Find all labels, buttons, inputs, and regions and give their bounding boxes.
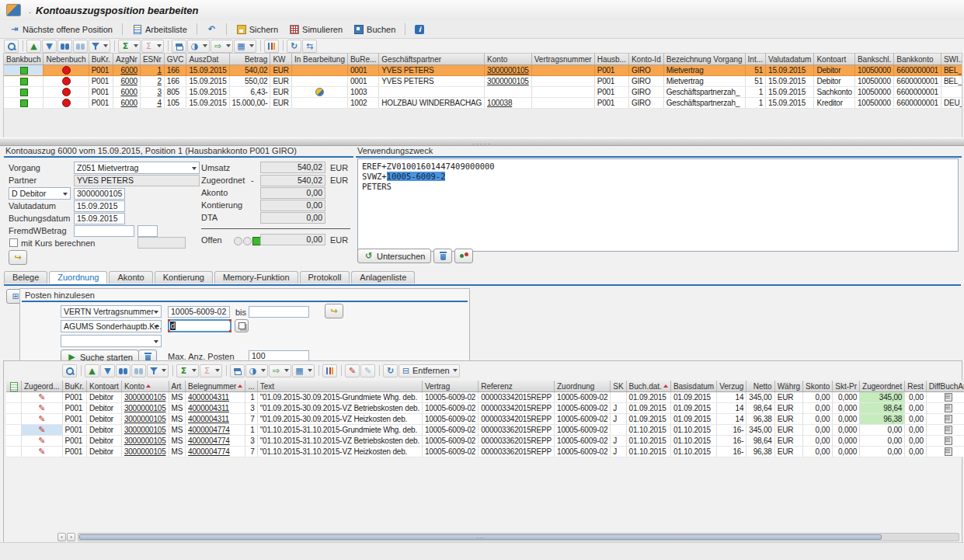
account-field[interactable]: 3000000105 (74, 188, 125, 200)
col-icon[interactable]: ... (245, 381, 257, 392)
details-button[interactable] (62, 364, 77, 377)
drilldown-link[interactable]: 4000004311 (188, 404, 229, 412)
cell-esnr[interactable]: 1 (140, 65, 164, 76)
col-kontoart[interactable]: Kontoart (87, 381, 122, 392)
tab-zuordnung[interactable]: Zuordnung (49, 271, 107, 283)
cell-konto[interactable]: 100038 (485, 98, 532, 109)
sort-desc-button[interactable]: ▼ (42, 40, 57, 53)
cell-belegnummer[interactable]: 4000004774 (186, 425, 245, 436)
transfer-button[interactable]: ↪ (9, 250, 27, 265)
col-kontoart[interactable]: Kontoart (814, 54, 854, 65)
col-vertrag[interactable]: Vertrag (422, 381, 478, 392)
drilldown-link[interactable]: 1 (157, 66, 161, 75)
drilldown-link[interactable]: 3000000105 (124, 404, 166, 412)
drilldown-link[interactable]: 4 (157, 99, 161, 107)
multiple-selection-button[interactable] (235, 319, 249, 332)
cell-esnr[interactable]: 4 (140, 98, 164, 109)
col-esnr[interactable]: ESNr (140, 54, 164, 65)
fremdwbetrag-field[interactable] (74, 225, 134, 237)
cell-belegnummer[interactable]: 4000004311 (186, 414, 245, 425)
col-vertragsnummer[interactable]: Vertragsnummer (531, 54, 594, 65)
criterion2-from-field[interactable]: d (168, 319, 231, 332)
drilldown-link[interactable]: 4000004774 (188, 437, 230, 445)
cell-zugeord[interactable]: ✎ (22, 447, 63, 457)
subtotal-button[interactable]: Σ (141, 40, 164, 53)
transaction-icon[interactable] (6, 4, 21, 16)
col-verzug[interactable]: Verzug (717, 381, 746, 392)
print-button[interactable] (172, 40, 186, 53)
examine-button[interactable]: ↺Untersuchen (357, 249, 431, 263)
col-referenz[interactable]: Referenz (479, 381, 555, 392)
toggle-usage-button[interactable] (454, 249, 473, 263)
drilldown-link[interactable]: 3000000105 (124, 426, 166, 434)
col-bankbuch[interactable]: Bankbuch (4, 54, 44, 65)
col-bankkonto[interactable]: Bankkonto (894, 54, 941, 65)
drilldown-link[interactable]: 6000 (120, 66, 137, 75)
find-button[interactable] (57, 40, 72, 53)
table-row[interactable]: P0016000116615.09.2015540,02EUR0001YVES … (4, 65, 962, 76)
cell-azgnr[interactable]: 6000 (113, 65, 141, 76)
col-zugeord[interactable]: Zugeord... (22, 381, 63, 392)
info-button[interactable]: i (409, 22, 430, 37)
drilldown-link[interactable]: 4000004311 (188, 393, 229, 402)
simulate-button[interactable]: Simulieren (284, 22, 348, 37)
table-row[interactable]: P0016000216615.09.2015550,02EUR0001YVES … (4, 76, 962, 87)
criterion3-select[interactable] (61, 335, 162, 347)
tab-belege[interactable]: Belege (4, 271, 47, 283)
col-sk[interactable]: SK (611, 381, 626, 392)
cell-belegnummer[interactable]: 4000004774 (186, 436, 245, 447)
col-zugeordnet[interactable]: Zugeordnet (860, 381, 905, 392)
filter-button[interactable] (89, 40, 110, 53)
drilldown-link[interactable]: 3 (157, 88, 161, 96)
col-icon[interactable] (6, 381, 22, 392)
cell-konto[interactable]: 3000000105 (485, 65, 532, 76)
scrollbar-handle[interactable]: ··· (79, 534, 882, 540)
remove-button[interactable]: ⊟Entfernen (398, 364, 460, 377)
tab-akonto[interactable]: Akonto (109, 271, 152, 283)
cell-azgnr[interactable]: 6000 (113, 87, 141, 98)
export-button[interactable]: ⇨ (269, 364, 291, 377)
cell-zugeord[interactable]: ✎ (22, 436, 63, 447)
worklist-button[interactable]: Arbeitsliste (127, 22, 193, 37)
edit-button[interactable]: ✎ (345, 364, 360, 377)
col-in-bearbeitung[interactable]: In Bearbeitung (291, 54, 347, 65)
col-netto[interactable]: Netto (746, 381, 774, 392)
cell-esnr[interactable]: 2 (140, 76, 164, 87)
cell-konto[interactable]: 3000000105 (121, 425, 169, 436)
cell-belegnummer[interactable]: 4000004311 (186, 392, 245, 403)
cell-zugeord[interactable]: ✎ (22, 392, 63, 403)
post-button[interactable]: Buchen (348, 22, 401, 37)
drilldown-link[interactable]: 3000000105 (487, 77, 529, 85)
transfer-criteria-button[interactable]: ↪ (325, 304, 343, 318)
find-next-button[interactable] (131, 364, 146, 377)
table-row[interactable]: ✎P001Debitor3000000105MS40000043111"01.0… (6, 392, 964, 403)
col-basisdatum[interactable]: Basisdatum (670, 381, 716, 392)
col-buch-dat[interactable]: Buch.dat. (626, 381, 670, 392)
cell-belegnummer[interactable]: 4000004774 (186, 447, 245, 457)
graphic-button[interactable] (264, 40, 279, 53)
col-konto-id[interactable]: Konto-Id (628, 54, 663, 65)
col-rest[interactable]: Rest (905, 381, 927, 392)
cell-belegnummer[interactable]: 4000004311 (186, 403, 245, 414)
views-button[interactable]: ◑ (187, 40, 210, 53)
drilldown-link[interactable]: 3000000105 (124, 447, 166, 456)
undo-button[interactable]: ↶ (201, 22, 222, 37)
col-bure[interactable]: BuRe... (347, 54, 378, 65)
scroll-right-button[interactable]: › (67, 533, 75, 541)
print-button[interactable] (230, 364, 245, 377)
display-button[interactable]: ✎ (360, 364, 375, 377)
col-hausb[interactable]: Hausb... (594, 54, 628, 65)
table-row[interactable]: ✎P001Debitor3000000105MS40000043117"01.0… (6, 414, 964, 425)
col-azgnr[interactable]: AzgNr (113, 54, 141, 65)
valutadatum-field[interactable]: 15.09.2015 (74, 200, 125, 212)
details-button[interactable] (4, 40, 19, 53)
col-text[interactable]: Text (257, 381, 422, 392)
find-next-button[interactable] (73, 40, 88, 53)
subtotal-button[interactable]: Σ (200, 364, 222, 377)
change-layout-button[interactable]: ⇆ (302, 40, 317, 53)
col-bezeichnung-vorgang[interactable]: Bezeichnung Vorgang (663, 54, 745, 65)
filter-button[interactable] (147, 364, 169, 377)
drilldown-link[interactable]: 4000004311 (188, 415, 229, 423)
cell-azgnr[interactable]: 6000 (113, 76, 141, 87)
cell-zugeord[interactable]: ✎ (22, 414, 63, 425)
